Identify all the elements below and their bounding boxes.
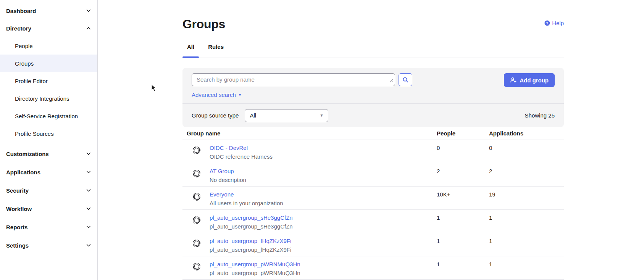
sidebar-item-security[interactable]: Security — [0, 181, 97, 200]
applications-count: 19 — [489, 191, 564, 198]
group-burst-icon — [192, 169, 201, 184]
table-row: pl_auto_usergroup_sHe3ggCfZn pl_auto_use… — [182, 210, 564, 233]
sidebar-item-label: Customizations — [6, 151, 49, 157]
sidebar-item-self-service-registration[interactable]: Self-Service Registration — [0, 107, 97, 125]
group-source-type-label: Group source type — [192, 112, 239, 119]
advanced-search-link[interactable]: Advanced search ▼ — [192, 92, 242, 98]
group-description: pl_auto_usergroup_fHqZKzX9Fi — [210, 246, 291, 254]
group-name-link[interactable]: pl_auto_usergroup_fHqZKzX9Fi — [210, 237, 291, 245]
table-row: pl_auto_usergroup_fHqZKzX9Fi pl_auto_use… — [182, 233, 564, 256]
people-count: 2 — [437, 167, 489, 175]
caret-down-icon: ▼ — [320, 113, 324, 117]
table-row: Everyone All users in your organization … — [182, 187, 564, 210]
tab-all-label: All — [187, 43, 194, 50]
sidebar-item-dashboard[interactable]: Dashboard — [0, 2, 97, 19]
add-user-icon — [510, 77, 516, 83]
people-count: 1 — [437, 214, 489, 222]
group-name-link[interactable]: pl_auto_usergroup_sHe3ggCfZn — [210, 214, 293, 222]
tab-all[interactable]: All — [182, 42, 199, 58]
sidebar: Dashboard Directory People Groups Profil… — [0, 0, 98, 280]
sidebar-item-label: Profile Sources — [15, 130, 54, 137]
sidebar-item-label: People — [15, 43, 33, 49]
chevron-down-icon — [86, 169, 91, 175]
group-description: pl_auto_usergroup_pWRNMuQ3Hn — [210, 269, 300, 277]
groups-table: Group name People Applications OIDC - De… — [182, 127, 564, 280]
chevron-down-icon — [86, 8, 91, 13]
applications-count: 1 — [489, 237, 564, 245]
caret-down-icon: ▼ — [238, 93, 242, 97]
chevron-down-icon — [86, 151, 91, 156]
group-name-link[interactable]: OIDC - DevRel — [210, 144, 248, 152]
sidebar-item-label: Security — [6, 187, 29, 194]
sidebar-item-people[interactable]: People — [0, 37, 97, 55]
sidebar-item-label: Directory Integrations — [15, 95, 69, 102]
group-name-link[interactable]: Everyone — [210, 191, 234, 198]
group-description: No description — [210, 176, 246, 184]
tab-rules[interactable]: Rules — [203, 42, 228, 58]
sidebar-item-groups[interactable]: Groups — [0, 55, 97, 72]
chevron-down-icon — [86, 188, 91, 193]
sidebar-item-label: Groups — [15, 60, 34, 67]
sidebar-item-applications[interactable]: Applications — [0, 163, 97, 181]
people-count: 0 — [437, 144, 489, 152]
sidebar-item-label: Reports — [6, 224, 28, 230]
sidebar-item-label: Profile Editor — [15, 78, 48, 84]
group-burst-icon — [192, 146, 201, 161]
sidebar-item-label: Self-Service Registration — [15, 113, 78, 119]
sidebar-item-directory[interactable]: Directory — [0, 19, 97, 37]
sidebar-item-label: Dashboard — [6, 8, 36, 14]
help-icon: ? — [544, 20, 550, 26]
group-burst-icon — [192, 262, 201, 277]
group-burst-icon — [192, 192, 201, 207]
table-row: pl_auto_usergroup_pWRNMuQ3Hn pl_auto_use… — [182, 256, 564, 280]
applications-count: 1 — [489, 261, 564, 268]
chevron-up-icon — [86, 26, 91, 31]
people-count[interactable]: 10K+ — [437, 191, 489, 198]
column-header-people: People — [437, 130, 489, 137]
showing-count: Showing 25 — [525, 112, 555, 119]
group-name-link[interactable]: pl_auto_usergroup_pWRNMuQ3Hn — [210, 261, 300, 268]
help-link[interactable]: ? Help — [544, 20, 564, 26]
column-header-applications: Applications — [489, 130, 564, 137]
table-row: AT Group No description 2 2 — [182, 163, 564, 187]
table-header-row: Group name People Applications — [182, 127, 564, 140]
search-input[interactable] — [192, 73, 395, 86]
people-count: 1 — [437, 261, 489, 268]
group-source-type-value: All — [250, 112, 256, 119]
add-group-button[interactable]: Add group — [504, 73, 555, 87]
filter-panel: Add group Advanced search ▼ Group source… — [182, 68, 564, 127]
sidebar-item-profile-sources[interactable]: Profile Sources — [0, 125, 97, 142]
group-description: pl_auto_usergroup_sHe3ggCfZn — [210, 223, 293, 230]
group-source-type-select[interactable]: All ▼ — [245, 109, 328, 122]
page-title: Groups — [182, 17, 564, 31]
sidebar-item-customizations[interactable]: Customizations — [0, 145, 97, 163]
sidebar-item-workflow[interactable]: Workflow — [0, 200, 97, 218]
help-label: Help — [552, 20, 564, 26]
advanced-search-label: Advanced search — [192, 92, 236, 98]
search-button[interactable] — [399, 73, 412, 86]
group-burst-icon — [192, 239, 201, 254]
main-area: Groups ? Help All Rules — [98, 0, 644, 280]
applications-count: 0 — [489, 144, 564, 152]
sidebar-item-reports[interactable]: Reports — [0, 218, 97, 236]
people-count: 1 — [437, 237, 489, 245]
search-field-wrapper — [192, 73, 395, 86]
group-burst-icon — [192, 216, 201, 230]
group-name-link[interactable]: AT Group — [210, 167, 234, 175]
group-description: All users in your organization — [210, 200, 283, 207]
search-icon — [402, 77, 409, 83]
tab-bar: All Rules — [182, 42, 564, 58]
chevron-down-icon — [86, 243, 91, 248]
sidebar-item-profile-editor[interactable]: Profile Editor — [0, 72, 97, 90]
svg-text:?: ? — [546, 21, 549, 25]
add-group-label: Add group — [520, 77, 549, 84]
tab-rules-label: Rules — [208, 43, 224, 50]
sidebar-item-label: Settings — [6, 242, 29, 249]
sidebar-item-directory-integrations[interactable]: Directory Integrations — [0, 90, 97, 107]
applications-count: 2 — [489, 167, 564, 175]
table-row: OIDC - DevRel OIDC reference Harness 0 0 — [182, 140, 564, 163]
chevron-down-icon — [86, 224, 91, 230]
group-description: OIDC reference Harness — [210, 153, 273, 161]
sidebar-item-settings[interactable]: Settings — [0, 236, 97, 254]
column-header-group-name: Group name — [182, 130, 437, 137]
